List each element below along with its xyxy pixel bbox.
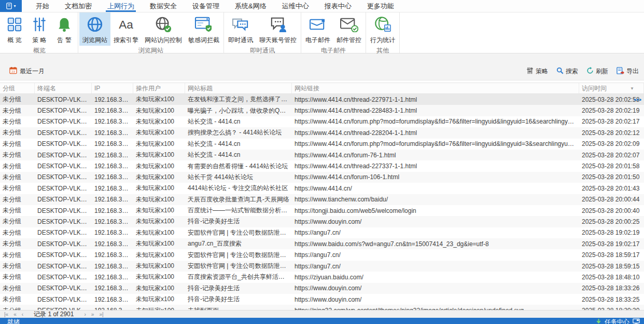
table-row[interactable]: 未分组DESKTOP-VLKTLE1192.168.31.27未知玩家x100抖… [0,216,644,227]
table-row[interactable]: 未分组DESKTOP-VLKTLE1192.168.31.27未知玩家x100未… [0,305,644,310]
column-header-time[interactable]: 访问时间▼ [579,83,644,93]
toolbar-action-刷新[interactable]: 刷新 [586,67,608,76]
first-page-button[interactable]: |« [2,312,10,317]
column-header-group[interactable]: 分组 [0,83,35,93]
table-row[interactable]: 未分组DESKTOP-VLKTLE1192.168.31.27未知玩家x100有… [0,160,644,171]
menu-tab-更多功能[interactable]: 更多功能 [359,0,402,12]
ribbon-item-邮件管控[interactable]: 邮件管控 [333,12,365,46]
menu-tab-数据安全[interactable]: 数据安全 [142,0,185,12]
cell-user: 未知玩家x100 [133,140,185,148]
grid-body[interactable]: 未分组DESKTOP-VLKTLE1192.168.31.27未知玩家x100在… [0,94,644,310]
column-header-ip[interactable]: IP [92,83,133,93]
ribbon-group-label: 概览 [2,46,77,57]
ribbon-item-聊天账号管控[interactable]: 聊天账号管控 [256,12,300,46]
column-header-title[interactable]: 网站标题 [185,83,292,93]
table-row[interactable]: 未分组DESKTOP-VLKTLE1192.168.31.27未知玩家x100在… [0,94,644,105]
ribbon-item-告警[interactable]: 告 警 [52,12,77,46]
app-menu-button[interactable]: ▾ [0,0,22,12]
toolbar-action-策略[interactable]: 策略 [526,67,548,76]
table-row[interactable]: 未分组DESKTOP-VLKTLE1192.168.31.27未知玩家x100站… [0,172,644,183]
ribbon-item-策略[interactable]: 策 略 [27,12,52,46]
cell-title: 有需要的自然看得懂 - 4414站长论坛 [185,162,292,171]
ribbon-item-电子邮件[interactable]: 电子邮件 [302,12,333,46]
ribbon-item-敏感词拦截[interactable]: 敏感词拦截 [185,12,222,46]
cell-user: 未知玩家x100 [133,206,185,215]
cell-title: angu7.cn_百度搜索 [185,239,292,248]
cell-url: https://www.4414.cn/thread-227971-1-1.ht… [292,96,579,103]
cell-url: https://www.4414.cn/thread-227337-1-1.ht… [292,163,579,170]
menu-tab-上网行为[interactable]: 上网行为 [100,0,142,12]
cell-url: https://www.douyin.com/ [292,285,579,292]
cell-url: https://angu7.cn/ [292,229,579,236]
table-row[interactable]: 未分组DESKTOP-VLKTLE1192.168.31.27未知玩家x1004… [0,183,644,194]
date-range-filter[interactable]: 23 最近一月 [9,66,45,76]
download-arrow-icon [596,318,601,324]
cell-group: 未分组 [0,106,35,115]
prev-page-button[interactable]: ‹ [20,312,25,317]
chevron-down-icon: ▾ [13,4,16,8]
cell-time: 2025-03-28 20:01:43 [579,185,644,192]
table-row[interactable]: 未分组DESKTOP-VLKTLE1192.168.31.27未知玩家x100抖… [0,294,644,305]
table-row[interactable]: 未分组DESKTOP-VLKTLE1192.168.31.27未知玩家x100搜… [0,127,644,138]
toolbar-action-label: 策略 [536,67,548,76]
cell-title: 天辰百度收录批量查询工具-天辰网络 [185,195,292,204]
menu-tab-报表中心[interactable]: 报表中心 [317,0,359,12]
menu-tab-文档加密[interactable]: 文档加密 [57,0,100,12]
fast-prev-button[interactable]: « [11,312,19,317]
column-header-url[interactable]: 网站链接 [292,83,579,93]
cell-terminal: DESKTOP-VLKTLE1 [35,307,92,310]
cell-title: 站长交流 - 4414.cn [185,151,292,159]
ribbon-item-浏览网站[interactable]: 浏览网站 [79,12,110,46]
ribbon-item-label: 电子邮件 [305,36,330,45]
ribbon-item-label: 行为统计 [370,36,395,45]
menu-tab-系统&网络[interactable]: 系统&网络 [227,0,274,12]
cell-time: 2025-03-28 19:02:19 [579,229,644,236]
ribbon-item-搜索引擎[interactable]: Aa搜索引擎 [110,12,142,46]
table-row[interactable]: 未分组DESKTOP-VLKTLE1192.168.31.27未知玩家x100百… [0,205,644,216]
cell-ip: 192.168.31.27 [92,196,133,203]
task-center-button[interactable]: 任务中心 [605,318,629,324]
ribbon-item-概览[interactable]: 概 览 [2,12,27,46]
cell-user: 未知玩家x100 [133,95,185,104]
menu-tab-开始[interactable]: 开始 [28,0,57,12]
table-row[interactable]: 未分组DESKTOP-VLKTLE1192.168.31.27未知玩家x100抖… [0,283,644,294]
table-row[interactable]: 未分组DESKTOP-VLKTLE1192.168.31.27未知玩家x100曝… [0,105,644,116]
cell-terminal: DESKTOP-VLKTLE1 [35,118,92,125]
table-row[interactable]: 未分组DESKTOP-VLKTLE1192.168.31.27未知玩家x100百… [0,272,644,282]
cell-time: 2025-03-28 20:00:44 [579,196,644,203]
cell-ip: 192.168.31.27 [92,163,133,170]
ribbon-group-label: 其他 [367,46,398,57]
table-row[interactable]: 未分组DESKTOP-VLKTLE1192.168.31.27未知玩家x100安… [0,249,644,260]
cell-title: 百度统计——一站式智能数据分析与应用平台 [185,206,292,215]
toolbar-action-搜索[interactable]: 搜索 [556,67,578,76]
cell-time: 2025-03-28 18:33:25 [579,296,644,303]
monitor-icon[interactable] [633,318,640,324]
ribbon-item-行为统计[interactable]: 行为统计 [367,12,398,46]
cell-url: https://angu7.cn/ [292,251,579,259]
ribbon-item-即时通讯[interactable]: 即时通讯 [225,12,256,46]
pagination-bar: |« « ‹ 记录 1 of 2901 › » »| [0,310,644,318]
table-row[interactable]: 未分组DESKTOP-VLKTLE1192.168.31.27未知玩家x100站… [0,116,644,127]
column-header-user[interactable]: 操作用户 [133,83,185,93]
ribbon-item-网站访问控制[interactable]: 网站访问控制 [142,12,185,46]
table-row[interactable]: 未分组DESKTOP-VLKTLE1192.168.31.27未知玩家x100天… [0,194,644,205]
cell-group: 未分组 [0,162,35,171]
menu-tab-运维中心[interactable]: 运维中心 [274,0,317,12]
last-page-button[interactable]: »| [97,312,105,317]
table-row[interactable]: 未分组DESKTOP-VLKTLE1192.168.31.27未知玩家x100安… [0,261,644,272]
table-row[interactable]: 未分组DESKTOP-VLKTLE1192.168.31.27未知玩家x100站… [0,139,644,150]
cell-url: https://www.4414.cn/thread-228204-1-1.ht… [292,129,579,137]
cell-url: https://www.4414.cn/forum.php?mod=forumd… [292,118,579,125]
toolbar-action-导出[interactable]: 导出 [617,67,639,76]
bell-icon [57,15,72,34]
cell-time: 2025-03-28 18:59:17 [579,251,644,259]
table-row[interactable]: 未分组DESKTOP-VLKTLE1192.168.31.27未知玩家x100站… [0,150,644,160]
table-row[interactable]: 未分组DESKTOP-VLKTLE1192.168.31.27未知玩家x100a… [0,238,644,249]
table-row[interactable]: 未分组DESKTOP-VLKTLE1192.168.31.27未知玩家x100安… [0,227,644,238]
fast-next-button[interactable]: » [89,312,96,317]
column-header-terminal[interactable]: 终端名 [35,83,92,93]
menu-tab-设备管理[interactable]: 设备管理 [185,0,227,12]
column-filter-arrow-icon[interactable]: ▼ [630,86,634,91]
row-more-actions-button[interactable]: ••• [634,94,642,105]
next-page-button[interactable]: › [82,312,88,317]
